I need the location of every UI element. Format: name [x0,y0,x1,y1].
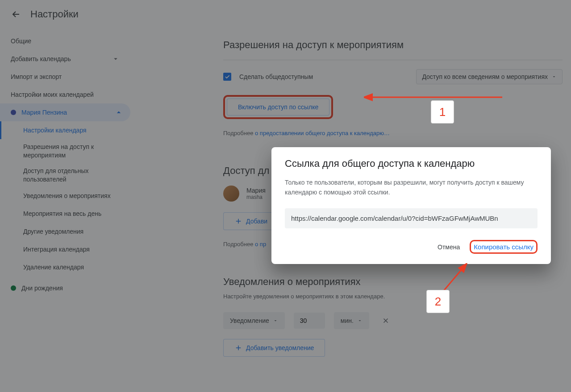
share-link-dialog: Ссылка для общего доступа к календарю То… [271,147,551,264]
dialog-description: Только те пользователи, которым вы разре… [285,177,538,198]
cancel-button[interactable]: Отмена [433,240,464,254]
dialog-title: Ссылка для общего доступа к календарю [285,158,538,169]
annotation-marker-2: 2 [426,290,450,313]
annotation-marker-1: 1 [431,100,454,124]
copy-link-button[interactable]: Копировать ссылку [474,243,533,251]
share-url-field[interactable]: https://calendar.google.com/calendar/u/0… [285,208,538,228]
annotation-highlight-2: Копировать ссылку [470,240,538,254]
